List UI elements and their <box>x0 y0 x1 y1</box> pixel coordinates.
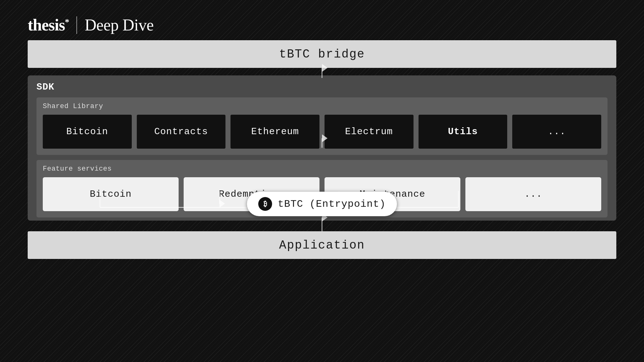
lib-ethereum-label: Ethereum <box>251 126 299 137</box>
lib-electrum-label: Electrum <box>345 126 393 137</box>
lib-utils-label: Utils <box>448 126 478 137</box>
lib-card-bitcoin: Bitcoin <box>43 115 132 149</box>
feature-services-label: Feature services <box>43 165 601 173</box>
btc-icon: ₿ <box>258 197 272 211</box>
lib-card-electrum: Electrum <box>325 115 414 149</box>
application-label: Application <box>279 239 365 252</box>
shared-library-label: Shared Library <box>43 102 601 110</box>
svc-bitcoin-label: Bitcoin <box>90 189 131 200</box>
svc-more-label: ... <box>524 189 542 200</box>
lib-contracts-label: Contracts <box>154 126 208 137</box>
lib-bitcoin-label: Bitcoin <box>66 126 108 137</box>
btc-symbol: ₿ <box>264 200 267 208</box>
library-cards: Bitcoin Contracts Ethereum Electrum Util… <box>43 115 601 149</box>
tbtc-bridge-label: tBTC bridge <box>279 47 365 61</box>
entrypoint-label: tBTC (Entrypoint) <box>278 198 386 210</box>
tbtc-bridge-box: tBTC bridge <box>28 40 616 68</box>
entrypoint-box: ₿ tBTC (Entrypoint) <box>247 192 397 216</box>
shared-library-box: Shared Library Bitcoin Contracts Ethereu… <box>36 97 608 155</box>
svc-card-bitcoin: Bitcoin <box>43 177 179 211</box>
lib-card-utils: Utils <box>419 115 508 149</box>
svc-card-more: ... <box>465 177 601 211</box>
header: thesis* Deep Dive <box>28 16 154 34</box>
subtitle: Deep Dive <box>85 16 153 34</box>
lib-card-ethereum: Ethereum <box>230 115 319 149</box>
logo: thesis* <box>28 16 69 34</box>
sdk-label: SDK <box>36 82 608 92</box>
lib-card-more: ... <box>512 115 601 149</box>
lib-more-label: ... <box>548 126 566 137</box>
header-divider <box>76 16 77 34</box>
application-box: Application <box>28 231 616 259</box>
lib-card-contracts: Contracts <box>137 115 226 149</box>
